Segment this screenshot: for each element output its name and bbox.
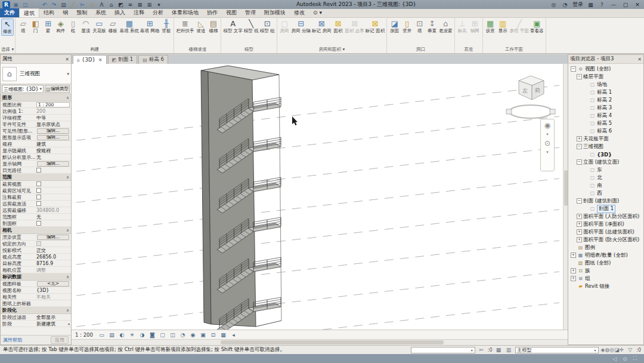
model-line-button[interactable]: ╲模型 线 bbox=[243, 19, 259, 35]
collapse-icon[interactable]: − bbox=[577, 74, 582, 79]
property-value[interactable]: 正交 bbox=[35, 247, 71, 253]
revit-logo-icon[interactable]: R bbox=[2, 1, 10, 8]
tree-item-族[interactable]: +⊡族 bbox=[568, 267, 643, 275]
customize-qat-icon[interactable]: ▾ bbox=[155, 1, 163, 8]
show-constraints-icon[interactable]: ⊡ bbox=[209, 331, 217, 339]
tab-建筑[interactable]: 建筑 bbox=[19, 8, 39, 17]
settings-icon[interactable]: ⊙ bbox=[623, 356, 627, 362]
area-button[interactable]: ⊠面积 bbox=[332, 19, 344, 35]
curtain-grid-button[interactable]: ⊞幕墙 网格 bbox=[140, 19, 160, 35]
design-option-combo[interactable]: 主模型▾ bbox=[515, 347, 599, 353]
component-button[interactable]: ◈构件 bbox=[54, 19, 67, 35]
tab-插入[interactable]: 插入 bbox=[110, 8, 129, 17]
visual-style-icon[interactable]: ◐ bbox=[118, 331, 126, 339]
property-value[interactable]: 无 bbox=[35, 214, 71, 220]
property-value[interactable]: 8716.9 bbox=[35, 260, 71, 266]
fullscreen-icon[interactable]: ⛶ bbox=[633, 355, 637, 362]
steering-wheel-icon[interactable]: ◉ bbox=[544, 121, 550, 130]
save-icon[interactable]: ◫ bbox=[21, 1, 29, 8]
door-button[interactable]: ◧门 bbox=[29, 19, 42, 35]
roof-button[interactable]: ◠屋顶 bbox=[79, 19, 92, 35]
checkbox[interactable] bbox=[36, 188, 41, 193]
close-inactive-windows-icon[interactable]: ⊠ bbox=[136, 1, 144, 8]
tab-视图[interactable]: 视图 bbox=[222, 8, 241, 17]
ribbon-options-icon[interactable]: ⊙ ▾ bbox=[309, 8, 326, 17]
railing-button[interactable]: ≣栏杆扶手 bbox=[175, 19, 194, 35]
tab-系统[interactable]: 系统 bbox=[91, 8, 110, 17]
model-canvas[interactable]: 左前 ◉ ▾ ⊙ ▾ bbox=[72, 64, 563, 330]
sun-path-icon[interactable]: ☀ bbox=[128, 331, 136, 339]
tree-item-标高 3[interactable]: ▢标高 3 bbox=[568, 104, 643, 112]
apply-button[interactable]: 应用 bbox=[51, 336, 69, 344]
ramp-button[interactable]: ◺坡道 bbox=[194, 19, 207, 35]
select-by-face-icon[interactable]: ◪ bbox=[614, 347, 620, 353]
collapse-icon[interactable]: − bbox=[577, 159, 582, 165]
property-section-图形[interactable]: 图形∧ bbox=[1, 94, 71, 101]
tab-分析[interactable]: 分析 bbox=[148, 8, 168, 17]
tab-结构[interactable]: 结构 bbox=[39, 8, 58, 17]
tag-icon[interactable]: ◇ bbox=[88, 1, 96, 8]
tree-item-视图 (全部)[interactable]: −⊙视图 (全部) bbox=[568, 65, 643, 73]
sync-icon[interactable]: ↻ bbox=[31, 1, 39, 8]
dormer-button[interactable]: ⌂老虎窗 bbox=[438, 19, 453, 35]
communication-center-icon[interactable]: ◎ bbox=[550, 1, 558, 8]
workplane-viewer-button[interactable]: ▣查看器 bbox=[530, 19, 544, 35]
close-properties-icon[interactable]: ✕ bbox=[65, 57, 69, 62]
opening-by-face-button[interactable]: ◪按面 bbox=[388, 19, 401, 35]
edit-button[interactable]: 编辑... bbox=[37, 161, 69, 167]
checkbox[interactable] bbox=[36, 195, 41, 199]
tree-item-剖面 1[interactable]: ▢剖面 1 bbox=[568, 205, 643, 213]
tab-附加模块[interactable]: 附加模块 bbox=[260, 8, 290, 17]
tree-item-图纸 (全部)[interactable]: ▧图纸 (全部) bbox=[568, 259, 643, 267]
expand-icon[interactable]: + bbox=[571, 253, 576, 258]
shadows-icon[interactable]: ◑ bbox=[138, 331, 146, 339]
collapse-icon[interactable]: − bbox=[571, 66, 576, 72]
volume-icon[interactable]: ◁ bbox=[612, 356, 617, 362]
print-icon[interactable]: ▤ bbox=[60, 1, 67, 8]
editable-only-icon[interactable]: ✂ bbox=[478, 347, 485, 353]
tree-item-天花板平面[interactable]: +天花板平面 bbox=[568, 135, 643, 143]
drag-on-selection-icon[interactable]: ✛ bbox=[620, 347, 624, 353]
undo-icon[interactable]: ↶ bbox=[41, 1, 48, 8]
temporary-view-properties-icon[interactable]: ▣ bbox=[199, 331, 207, 339]
tab-体量和场地[interactable]: 体量和场地 bbox=[168, 8, 203, 17]
tree-item-西[interactable]: ▢西 bbox=[568, 189, 643, 197]
checkbox[interactable] bbox=[36, 182, 41, 186]
show-crop-region-icon[interactable]: ◫ bbox=[169, 331, 177, 339]
property-value[interactable]: 无 bbox=[35, 154, 71, 160]
tree-item-东[interactable]: ▢东 bbox=[568, 166, 643, 174]
view-tab-剖面 1[interactable]: ◩剖面 1 bbox=[108, 55, 138, 64]
window-button[interactable]: ⊞窗 bbox=[42, 19, 54, 35]
wall-opening-button[interactable]: ⊡墙 bbox=[413, 19, 426, 35]
chevron-down-icon[interactable]: ▾ bbox=[546, 132, 549, 137]
tree-item-立面 (建筑立面)[interactable]: −立面 (建筑立面) bbox=[568, 158, 643, 166]
minimize-button[interactable]: — bbox=[609, 2, 618, 8]
view-tab-{3D}[interactable]: ⌂{3D}✕ bbox=[73, 55, 107, 64]
tree-item-标高 4[interactable]: ▢标高 4 bbox=[568, 112, 643, 119]
level-button[interactable]: ⊥标高 bbox=[456, 19, 469, 35]
tree-item-北[interactable]: ▢北 bbox=[568, 174, 643, 182]
tree-item-面积平面 (防火分区面积)[interactable]: +面积平面 (防火分区面积) bbox=[568, 236, 643, 244]
tag-area-button[interactable]: ⊠标记 面积 bbox=[365, 19, 385, 35]
crop-size-icon[interactable]: ▭ bbox=[98, 331, 106, 339]
view-tab-标高 6[interactable]: ▤标高 6 bbox=[138, 55, 168, 64]
property-value[interactable]: 显示原状态 bbox=[35, 121, 71, 127]
curtain-system-button[interactable]: ▦幕墙 系统 bbox=[119, 19, 140, 35]
expand-icon[interactable]: + bbox=[571, 268, 576, 273]
tree-item-图例[interactable]: ▤图例 bbox=[568, 244, 643, 251]
open-icon[interactable]: ▣ bbox=[12, 1, 20, 8]
temporary-hide-isolate-icon[interactable]: ◔ bbox=[179, 331, 187, 339]
property-value[interactable]: 26856.0 bbox=[35, 254, 71, 260]
wall-button[interactable]: ▱墙 bbox=[17, 19, 29, 35]
view-cube[interactable]: 左前 bbox=[506, 76, 555, 118]
column-button[interactable]: ▯柱 bbox=[67, 19, 79, 35]
property-value[interactable] bbox=[35, 300, 71, 306]
checkbox[interactable] bbox=[36, 201, 41, 206]
edit-button[interactable]: 编辑... bbox=[37, 235, 69, 240]
workplane-set-button[interactable]: ▦设置 bbox=[484, 19, 497, 35]
tree-item-组[interactable]: +⊞组 bbox=[568, 275, 643, 282]
close-view-tab-icon[interactable]: ✕ bbox=[98, 57, 103, 63]
grid-button[interactable]: ⊞轴网 bbox=[469, 19, 481, 35]
model-group-button[interactable]: ⊡模型 组 bbox=[259, 19, 275, 35]
workset-combo[interactable]: ▾ bbox=[411, 347, 475, 353]
